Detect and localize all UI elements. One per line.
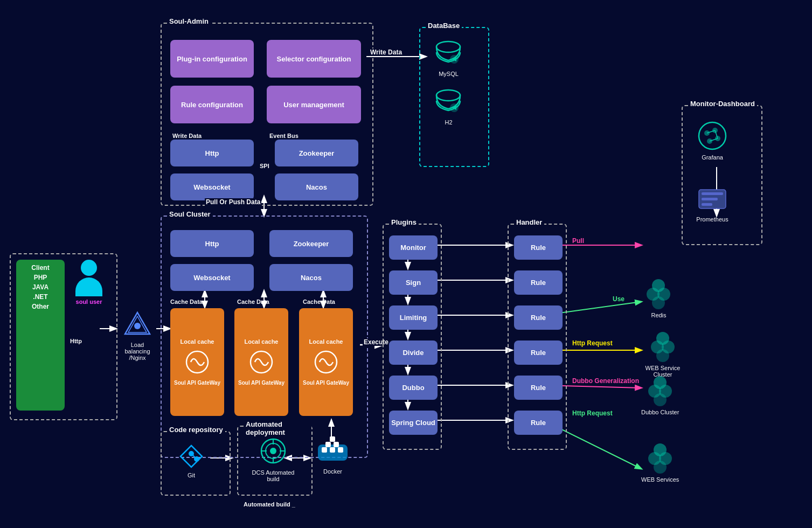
plugins-box: Plugins Monitor Sign Limiting Divide Dub… [383, 224, 442, 450]
svg-rect-77 [322, 447, 327, 453]
websocket-cluster-btn[interactable]: Websocket [170, 264, 254, 291]
h2-label: H2 [445, 119, 452, 126]
rule-1-btn[interactable]: Rule [514, 235, 563, 260]
http-write-btn[interactable]: Http [170, 140, 254, 166]
docker-label: Docker [323, 468, 342, 475]
http-cluster-btn[interactable]: Http [170, 230, 254, 257]
svg-point-32 [699, 122, 726, 149]
write-data-top-label: Write Data [172, 133, 202, 139]
soul-admin-label: Soul-Admin [167, 17, 211, 25]
rule-5-btn[interactable]: Rule [514, 376, 563, 400]
soul-api-gateway-2-label: Soul API GateWay [238, 380, 284, 386]
automated-build-label: Automated build _ [242, 501, 296, 508]
svg-point-54 [656, 349, 669, 362]
dotnet-label: .NET [20, 293, 60, 301]
local-cache-1-label: Local cache [181, 338, 214, 345]
nacos-cluster-btn[interactable]: Nacos [269, 264, 353, 291]
database-label: DataBase [426, 22, 462, 30]
soul-cluster-label: Soul Cluster [167, 210, 213, 218]
other-label: Other [20, 303, 60, 310]
web-service-cluster-icon-box: WEB Service Cluster [641, 328, 684, 378]
svg-line-68 [191, 454, 197, 459]
git-icon-box: Git [178, 443, 205, 478]
rule-config-btn[interactable]: Rule configuration [170, 86, 254, 123]
grafana-icon-box: Grafana [696, 120, 728, 161]
monitor-dashboard-box: Monitor-Dashboard Grafana P [682, 105, 762, 245]
svg-rect-43 [702, 203, 712, 206]
local-cache-3-label: Local cache [309, 338, 343, 345]
load-balancing-label: Load balancing /Nginx [119, 342, 156, 361]
spring-cloud-plugin-btn[interactable]: Spring Cloud [389, 411, 438, 435]
dubbo-plugin-btn[interactable]: Dubbo [389, 376, 438, 400]
rule-3-btn[interactable]: Rule [514, 305, 563, 330]
websocket-write-btn[interactable]: Websocket [170, 173, 254, 200]
database-box: DataBase MySQL H2 [419, 27, 489, 167]
soul-gateway-3: Local cache Soul API GateWay [299, 308, 353, 416]
svg-rect-79 [338, 447, 343, 453]
user-body [75, 277, 102, 296]
grafana-label: Grafana [702, 154, 723, 161]
svg-rect-82 [330, 436, 335, 442]
web-services-label: WEB Services [641, 476, 679, 483]
rule-2-btn[interactable]: Rule [514, 270, 563, 295]
auto-deploy-box: Automated deployment DCS Automated build [237, 426, 313, 496]
client-label: Client [20, 264, 60, 272]
local-cache-2-label: Local cache [245, 338, 279, 345]
load-balancing-icon [123, 310, 152, 339]
selector-config-btn[interactable]: Selector configuration [267, 40, 361, 78]
monitor-dashboard-label: Monitor-Dashboard [688, 100, 757, 108]
sign-plugin-btn[interactable]: Sign [389, 270, 438, 295]
php-label: PHP [20, 274, 60, 281]
svg-point-65 [134, 323, 141, 329]
prometheus-icon [696, 182, 728, 214]
spi-label: SPI [260, 163, 269, 169]
code-repo-box: Code repository Git [161, 431, 231, 496]
use-label: Use [612, 295, 626, 303]
pull-label: Pull [571, 237, 585, 245]
user-head [81, 260, 97, 276]
soul-api-gateway-1-label: Soul API GateWay [174, 380, 220, 386]
prometheus-label: Prometheus [696, 216, 728, 223]
plugin-config-btn[interactable]: Plug-in configuration [170, 40, 254, 78]
svg-rect-78 [330, 447, 335, 453]
pull-push-label: Pull Or Push Data [205, 198, 261, 206]
user-management-btn[interactable]: User management [267, 86, 361, 123]
git-label: Git [188, 472, 195, 478]
soul-gateway-1-icon [183, 348, 212, 377]
monitor-plugin-btn[interactable]: Monitor [389, 235, 438, 260]
rule-6-btn[interactable]: Rule [514, 411, 563, 435]
svg-point-30 [436, 90, 460, 101]
rule-4-btn[interactable]: Rule [514, 341, 563, 365]
java-label: JAVA [20, 283, 60, 291]
load-balancing-icon-box: Load balancing /Nginx [119, 310, 156, 361]
dubbo-cluster-icon [643, 372, 678, 407]
handler-label: Handler [514, 218, 544, 226]
http-request-1-label: Http Request [571, 339, 614, 347]
http-request-2-label: Http Request [571, 409, 614, 417]
docker-icon [315, 431, 350, 466]
zookeeper-event-btn[interactable]: Zookeeper [275, 140, 358, 166]
divide-plugin-btn[interactable]: Divide [389, 341, 438, 365]
svg-rect-42 [702, 198, 718, 200]
dubbo-cluster-icon-box: Dubbo Cluster [641, 372, 679, 415]
svg-point-50 [652, 296, 665, 309]
code-repo-label: Code repository [167, 426, 225, 434]
prometheus-icon-box: Prometheus [696, 182, 728, 223]
client-items-box: Client PHP JAVA .NET Other [16, 260, 65, 411]
grafana-icon [696, 120, 728, 152]
zookeeper-cluster-btn[interactable]: Zookeeper [269, 230, 353, 257]
mysql-label: MySQL [439, 71, 459, 77]
svg-point-62 [654, 461, 667, 474]
web-services-icon-box: WEB Services [641, 439, 679, 483]
cache-data-2-label: Cache Data [237, 298, 269, 305]
svg-point-28 [436, 41, 460, 52]
dubbo-gen-label: Dubbo Generalization [571, 377, 640, 385]
dcs-icon [257, 435, 289, 467]
plugins-label: Plugins [389, 218, 419, 226]
limiting-plugin-btn[interactable]: Limiting [389, 305, 438, 330]
auto-deploy-label: Automated deployment [244, 420, 311, 436]
nacos-event-btn[interactable]: Nacos [275, 173, 358, 200]
mysql-icon [434, 39, 463, 68]
event-bus-label: Event Bus [269, 133, 299, 139]
git-icon [178, 443, 205, 470]
